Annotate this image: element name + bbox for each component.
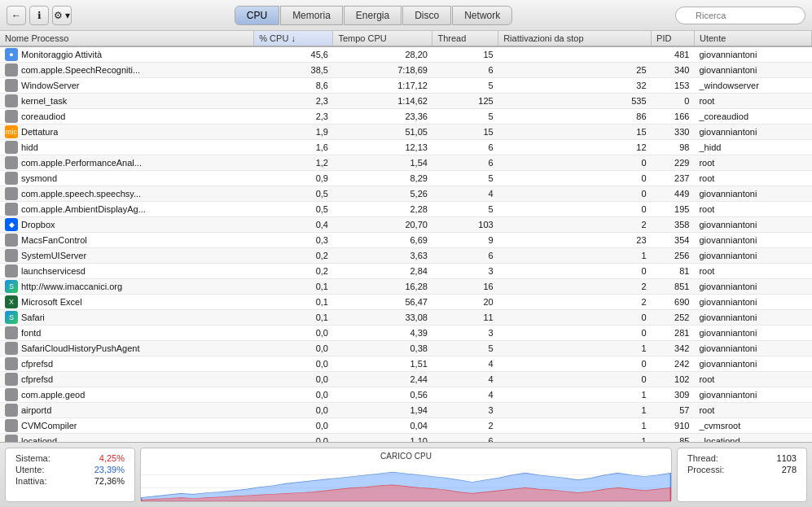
stat-row: Utente:23,39% xyxy=(15,465,125,474)
table-row[interactable]: ◆Dropbox0,420,701032358giovanniantoni xyxy=(0,217,812,233)
cell-cpu: 0,5 xyxy=(254,186,333,202)
cell-utente: giovanniantoni xyxy=(694,217,811,233)
tab-disco[interactable]: Disco xyxy=(402,6,451,25)
process-icon xyxy=(5,187,18,200)
cell-riattivazioni: 12 xyxy=(498,140,652,155)
table-row[interactable]: CVMCompiler0,00,0421910_cvmsroot xyxy=(0,418,812,434)
tab-energia[interactable]: Energia xyxy=(344,6,402,25)
table-row[interactable]: airportd0,01,943157root xyxy=(0,403,812,418)
col-header-pid[interactable]: PID xyxy=(652,31,695,46)
stat-value: 4,25% xyxy=(99,453,125,463)
process-icon xyxy=(5,357,18,370)
cpu-chart: CARICO CPU xyxy=(140,448,672,502)
table-row[interactable]: hidd1,612,1361298_hidd xyxy=(0,140,812,155)
table-row[interactable]: kernel_task2,31:14,621255350root xyxy=(0,94,812,109)
col-header-thread[interactable]: Thread xyxy=(432,31,498,46)
process-icon xyxy=(5,435,18,442)
col-header-nome[interactable]: Nome Processo xyxy=(0,31,254,46)
stats-right: Thread:1103Processi:278 xyxy=(677,448,807,502)
table-row[interactable]: ●Monitoraggio Attività45,628,2015481giov… xyxy=(0,46,812,63)
table-row[interactable]: com.apple.SpeechRecogniti...38,57:18,696… xyxy=(0,63,812,78)
table-row[interactable]: com.apple.speech.speechsy...0,55,2640449… xyxy=(0,186,812,202)
cell-utente: root xyxy=(694,94,811,109)
cell-riattivazioni: 15 xyxy=(498,125,652,140)
cell-utente: giovanniantoni xyxy=(694,310,811,326)
process-icon xyxy=(5,156,18,169)
table-row[interactable]: SystemUIServer0,23,6361256giovanniantoni xyxy=(0,248,812,264)
tab-memoria[interactable]: Memoria xyxy=(280,6,343,25)
table-row[interactable]: locationd0,01,106185_locationd xyxy=(0,434,812,443)
process-icon: S xyxy=(5,280,18,293)
process-name-cell: Shttp://www.imaccanici.org xyxy=(0,279,254,295)
stat-row: Inattiva:72,36% xyxy=(15,476,125,486)
cell-utente: giovanniantoni xyxy=(694,279,811,295)
table-row[interactable]: sysmond0,98,2950237root xyxy=(0,171,812,186)
table-row[interactable]: launchservicesd0,22,843081root xyxy=(0,264,812,279)
cell-riattivazioni: 0 xyxy=(498,186,652,202)
col-header-riattivazioni[interactable]: Riattivazioni da stop xyxy=(498,31,652,46)
table-row[interactable]: WindowServer8,61:17,12532153_windowserve… xyxy=(0,78,812,94)
table-row[interactable]: SafariCloudHistoryPushAgent0,00,3851342g… xyxy=(0,341,812,356)
stat-value: 72,36% xyxy=(94,476,125,486)
cell-thread: 6 xyxy=(432,155,498,171)
table-row[interactable]: coreaudiod2,323,36586166_coreaudiod xyxy=(0,109,812,125)
table-row[interactable]: com.apple.PerformanceAnal...1,21,5460229… xyxy=(0,155,812,171)
back-button[interactable]: ← xyxy=(7,6,26,25)
table-row[interactable]: cfprefsd0,02,4440102root xyxy=(0,372,812,387)
settings-button[interactable]: ⚙ ▾ xyxy=(52,6,72,25)
table-row[interactable]: SSafari0,133,08110252giovanniantoni xyxy=(0,310,812,326)
app-window: ← ℹ ⚙ ▾ CPUMemoriaEnergiaDiscoNetwork 🔍 … xyxy=(0,0,812,507)
cell-cpu: 45,6 xyxy=(254,46,333,63)
cell-pid: 102 xyxy=(652,372,695,387)
cell-tempo: 1,94 xyxy=(333,403,432,418)
cell-thread: 11 xyxy=(432,310,498,326)
cell-pid: 237 xyxy=(652,171,695,186)
process-icon: S xyxy=(5,311,18,324)
cell-thread: 9 xyxy=(432,233,498,248)
table-row[interactable]: com.apple.geod0,00,5641309giovanniantoni xyxy=(0,387,812,403)
table-row[interactable]: MacsFanControl0,36,69923354giovannianton… xyxy=(0,233,812,248)
cell-cpu: 0,0 xyxy=(254,403,333,418)
table-row[interactable]: Shttp://www.imaccanici.org0,116,28162851… xyxy=(0,279,812,295)
process-name: Dropbox xyxy=(21,220,55,229)
cell-thread: 4 xyxy=(432,186,498,202)
process-name: com.apple.AmbientDisplayAg... xyxy=(21,204,146,214)
process-name: CVMCompiler xyxy=(21,421,77,431)
table-row[interactable]: cfprefsd0,01,5140242giovanniantoni xyxy=(0,356,812,372)
process-name: Dettatura xyxy=(21,127,58,137)
stat-row: Sistema:4,25% xyxy=(15,453,125,463)
cell-utente: _windowserver xyxy=(694,78,811,94)
col-header-utente[interactable]: Utente xyxy=(694,31,811,46)
process-icon xyxy=(5,419,18,432)
table-row[interactable]: fontd0,04,3930281giovanniantoni xyxy=(0,326,812,341)
cell-cpu: 0,0 xyxy=(254,341,333,356)
table-row[interactable]: micDettatura1,951,051515330giovannianton… xyxy=(0,125,812,140)
cell-thread: 3 xyxy=(432,326,498,341)
cell-riattivazioni: 535 xyxy=(498,94,652,109)
table-row[interactable]: com.apple.AmbientDisplayAg...0,52,285019… xyxy=(0,202,812,217)
process-name: coreaudiod xyxy=(21,111,65,121)
tab-cpu[interactable]: CPU xyxy=(235,6,279,25)
col-header-tempo[interactable]: Tempo CPU xyxy=(333,31,432,46)
cell-utente: root xyxy=(694,372,811,387)
cell-pid: 256 xyxy=(652,248,695,264)
tab-network[interactable]: Network xyxy=(452,6,512,25)
cell-riattivazioni xyxy=(498,46,652,63)
process-name: com.apple.SpeechRecogniti... xyxy=(21,65,140,75)
cell-pid: 330 xyxy=(652,125,695,140)
cell-riattivazioni: 0 xyxy=(498,171,652,186)
search-input[interactable] xyxy=(675,7,805,24)
table-body: ●Monitoraggio Attività45,628,2015481giov… xyxy=(0,46,812,442)
cell-riattivazioni: 0 xyxy=(498,202,652,217)
cell-cpu: 0,4 xyxy=(254,217,333,233)
table-row[interactable]: XMicrosoft Excel0,156,47202690giovannian… xyxy=(0,295,812,310)
process-name: hidd xyxy=(21,142,38,152)
cell-pid: 340 xyxy=(652,63,695,78)
info-button[interactable]: ℹ xyxy=(29,6,49,25)
process-icon xyxy=(5,373,18,386)
stat-value: 23,39% xyxy=(94,465,125,474)
cell-tempo: 4,39 xyxy=(333,326,432,341)
cell-thread: 6 xyxy=(432,140,498,155)
cell-pid: 481 xyxy=(652,46,695,63)
col-header-cpu[interactable]: % CPU ↓ xyxy=(254,31,333,46)
